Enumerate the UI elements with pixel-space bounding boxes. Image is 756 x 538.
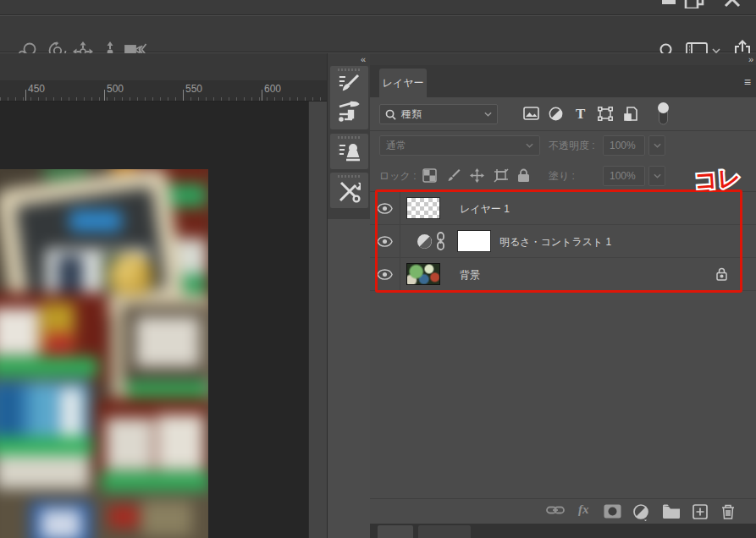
fill-scrubber[interactable] (648, 166, 665, 186)
filter-type-layers-icon[interactable]: T (576, 106, 585, 123)
filter-shape-layers-icon[interactable] (598, 107, 613, 121)
dock-group-brushes (330, 66, 368, 129)
ruler-major-tick (183, 90, 184, 101)
canvas-image[interactable] (0, 169, 208, 538)
tool-presets-icon[interactable] (338, 180, 361, 203)
dock-group-clone-source (330, 134, 368, 169)
new-group-folder-icon[interactable] (662, 504, 681, 519)
opacity-input[interactable]: 100% (603, 135, 645, 156)
eye-icon (377, 203, 393, 214)
panel-group-header: » (370, 53, 756, 65)
lock-image-pixels-icon[interactable] (446, 168, 461, 183)
collapse-panel-icon[interactable]: » (748, 54, 753, 64)
layer-thumbnail[interactable] (406, 263, 440, 285)
dock-grip[interactable] (338, 136, 361, 139)
lower-panel-tab[interactable] (378, 525, 413, 538)
panel-tab-strip: レイヤー ≡ (370, 65, 756, 97)
annotation-text: コレ (693, 165, 742, 194)
layer-row-1[interactable]: レイヤー 1 (370, 192, 756, 225)
filter-smart-objects-icon[interactable] (624, 107, 637, 121)
visibility-toggle[interactable] (370, 258, 400, 290)
blend-mode-row: 通常 不透明度 : 100% (370, 131, 756, 161)
ruler-major-tick (25, 90, 26, 101)
add-layer-mask-icon[interactable] (604, 504, 621, 519)
layer-filter-kind-select[interactable]: 種類 (379, 104, 498, 124)
visibility-toggle[interactable] (370, 225, 400, 257)
annotation-kore: コレ (687, 161, 748, 196)
filter-pixel-layers-icon[interactable] (523, 107, 539, 120)
fill-value: 100% (610, 170, 636, 182)
ruler-major-tick (104, 90, 105, 101)
lower-panel-tab[interactable] (418, 525, 471, 538)
ruler-label: 600 (264, 83, 281, 95)
layer-row-2[interactable]: 明るさ・コントラスト 1 (370, 225, 756, 258)
opacity-scrubber[interactable] (648, 135, 665, 156)
dock-grip[interactable] (338, 175, 361, 178)
options-bar (0, 16, 756, 52)
tab-layers[interactable]: レイヤー (379, 69, 427, 97)
brushes-panel-icon[interactable] (338, 100, 361, 123)
collapse-dock-icon[interactable]: « (361, 54, 365, 64)
chevron-down-icon (484, 112, 492, 117)
eye-icon (377, 269, 393, 280)
delete-layer-trash-icon[interactable] (721, 504, 735, 519)
search-icon (385, 109, 396, 120)
visibility-toggle[interactable] (370, 192, 400, 224)
layers-panel-footer: fx (370, 498, 756, 524)
layer-filter-row: 種類 T (370, 97, 756, 131)
clone-source-icon[interactable] (338, 141, 361, 164)
mask-link-icon (436, 232, 445, 250)
ruler-label: 500 (107, 83, 124, 95)
layer-name[interactable]: レイヤー 1 (460, 202, 510, 217)
blend-mode-value: 通常 (386, 139, 406, 153)
layer-name[interactable]: 背景 (460, 268, 480, 283)
lock-transparent-pixels-icon[interactable] (422, 168, 437, 183)
restore-button[interactable] (684, 0, 708, 8)
minimize-button[interactable] (660, 0, 677, 7)
layers-panel: » レイヤー ≡ 種類 T (370, 53, 756, 538)
photo-content (0, 169, 208, 538)
layer-name[interactable]: 明るさ・コントラスト 1 (499, 235, 611, 250)
canvas-pasteboard[interactable] (0, 102, 308, 538)
layer-list: レイヤー 1 明るさ・コントラスト 1 背景 (370, 192, 756, 291)
filter-kind-label: 種類 (401, 107, 422, 122)
layer-filtering-toggle[interactable] (657, 102, 670, 126)
dock-group-tool-presets (330, 173, 368, 208)
eye-icon (377, 236, 393, 247)
layer-row-background[interactable]: 背景 (370, 258, 756, 291)
photoshop-window: 450 500 550 600 (0, 0, 756, 538)
lock-all-icon[interactable] (517, 168, 530, 183)
layer-thumbnail[interactable] (406, 197, 440, 219)
link-layers-icon[interactable] (546, 504, 565, 516)
ruler-label: 550 (185, 83, 202, 95)
layer-style-fx-icon[interactable]: fx (578, 502, 589, 517)
close-button[interactable] (723, 0, 742, 8)
horizontal-ruler: 450 500 550 600 (0, 80, 327, 102)
ruler-major-tick (262, 90, 262, 101)
document-area: 450 500 550 600 (0, 53, 327, 538)
ruler-minor-ticks (0, 97, 327, 101)
fill-label: 塗り : (549, 166, 575, 186)
fill-input[interactable]: 100% (603, 166, 645, 186)
opacity-label: 不透明度 : (549, 135, 595, 156)
panel-dock-strip: « (327, 53, 370, 538)
filter-adjustment-layers-icon[interactable] (549, 107, 563, 121)
chevron-down-icon (526, 143, 533, 148)
adjustment-layer-icon[interactable] (417, 233, 433, 250)
lock-artboard-icon[interactable] (494, 168, 509, 183)
vertical-scrollbar[interactable] (308, 102, 327, 538)
ruler-label: 450 (28, 83, 45, 95)
brush-settings-icon[interactable] (338, 73, 361, 96)
layer-mask-thumbnail[interactable] (457, 230, 491, 252)
dock-grip[interactable] (338, 69, 361, 71)
lock-label: ロック : (379, 166, 417, 186)
opacity-value: 100% (610, 140, 636, 151)
new-adjustment-layer-icon[interactable] (633, 504, 650, 521)
title-bar (0, 0, 756, 15)
lower-panel-tab-strip (370, 524, 756, 538)
blend-mode-select[interactable]: 通常 (379, 135, 540, 156)
lock-position-icon[interactable] (470, 168, 484, 183)
panel-menu-icon[interactable]: ≡ (744, 75, 751, 89)
layer-locked-icon[interactable] (716, 267, 727, 281)
new-layer-icon[interactable] (693, 504, 708, 519)
